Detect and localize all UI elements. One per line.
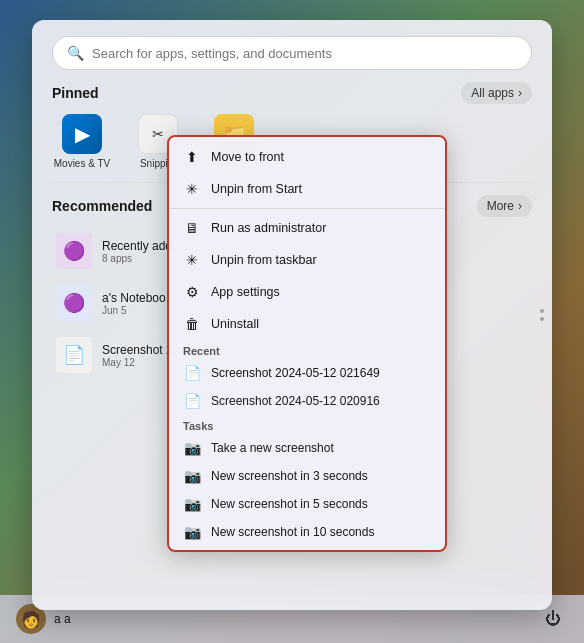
menu-item-unpin-start[interactable]: ✳ Unpin from Start [169,173,445,205]
menu-separator-1 [169,208,445,209]
run-admin-icon: 🖥 [183,219,201,237]
doc-icon-1: 📄 [183,364,201,382]
task-label-2: New screenshot in 3 seconds [211,469,368,483]
movies-label: Movies & TV [54,158,111,170]
camera-icon-1: 📷 [183,439,201,457]
tasks-section-label: Tasks [169,415,445,434]
task-item-2[interactable]: 📷 New screenshot in 3 seconds [169,462,445,490]
pinned-header: Pinned All apps › [52,82,532,104]
side-dots [540,309,544,321]
menu-item-app-settings[interactable]: ⚙ App settings [169,276,445,308]
recent-label-1: Screenshot 2024-05-12 021649 [211,366,380,380]
menu-item-run-admin[interactable]: 🖥 Run as administrator [169,212,445,244]
uninstall-icon: 🗑 [183,315,201,333]
recent-item-2[interactable]: 📄 Screenshot 2024-05-12 020916 [169,387,445,415]
dot-1 [540,309,544,313]
menu-item-unpin-taskbar[interactable]: ✳ Unpin from taskbar [169,244,445,276]
more-label: More [487,199,514,213]
start-menu: 🔍 Pinned All apps › ▶ Movies & TV ✂ Snip… [32,20,552,610]
screenshot-icon: 📄 [56,337,92,373]
notebook-icon: 🟣 [56,285,92,321]
move-to-front-icon: ⬆ [183,148,201,166]
all-apps-label: All apps [471,86,514,100]
movies-icon: ▶ [62,114,102,154]
menu-label-unpin-taskbar: Unpin from taskbar [211,253,317,267]
task-item-3[interactable]: 📷 New screenshot in 5 seconds [169,490,445,518]
pinned-title: Pinned [52,85,99,101]
user-name: a a [54,612,71,626]
task-item-1[interactable]: 📷 Take a new screenshot [169,434,445,462]
menu-item-uninstall[interactable]: 🗑 Uninstall [169,308,445,340]
recommended-title: Recommended [52,198,152,214]
menu-item-move-to-front[interactable]: ⬆ Move to front [169,141,445,173]
recently-added-icon: 🟣 [56,233,92,269]
menu-label-unpin-start: Unpin from Start [211,182,302,196]
context-menu: ⬆ Move to front ✳ Unpin from Start 🖥 Run… [167,135,447,552]
recent-section-label: Recent [169,340,445,359]
unpin-taskbar-icon: ✳ [183,251,201,269]
menu-label-run-admin: Run as administrator [211,221,326,235]
app-item-movies[interactable]: ▶ Movies & TV [52,114,112,170]
doc-icon-2: 📄 [183,392,201,410]
more-chevron-icon: › [518,199,522,213]
task-label-4: New screenshot in 10 seconds [211,525,374,539]
chevron-right-icon: › [518,86,522,100]
power-icon: ⏻ [545,610,561,628]
camera-icon-3: 📷 [183,495,201,513]
search-icon: 🔍 [67,45,84,61]
app-settings-icon: ⚙ [183,283,201,301]
menu-label-move-to-front: Move to front [211,150,284,164]
camera-icon-2: 📷 [183,467,201,485]
search-input[interactable] [92,46,517,61]
camera-icon-4: 📷 [183,523,201,541]
more-button[interactable]: More › [477,195,532,217]
search-bar[interactable]: 🔍 [52,36,532,70]
recent-label-2: Screenshot 2024-05-12 020916 [211,394,380,408]
all-apps-button[interactable]: All apps › [461,82,532,104]
recent-item-1[interactable]: 📄 Screenshot 2024-05-12 021649 [169,359,445,387]
dot-2 [540,317,544,321]
task-item-4[interactable]: 📷 New screenshot in 10 seconds [169,518,445,546]
unpin-start-icon: ✳ [183,180,201,198]
menu-label-uninstall: Uninstall [211,317,259,331]
task-label-1: Take a new screenshot [211,441,334,455]
menu-label-app-settings: App settings [211,285,280,299]
task-label-3: New screenshot in 5 seconds [211,497,368,511]
